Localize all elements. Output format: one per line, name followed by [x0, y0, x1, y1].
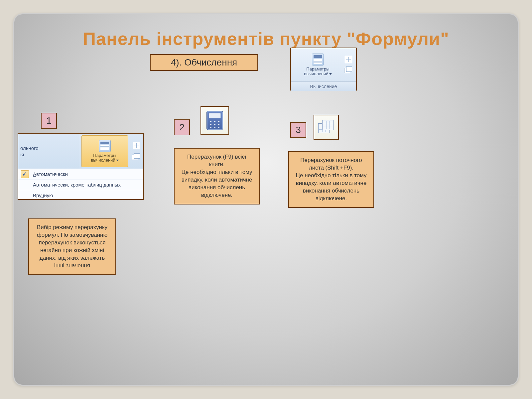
section-label-text: 4). Обчислення: [171, 57, 237, 68]
menu-item-automatic[interactable]: ✓ Автоматически: [18, 169, 143, 179]
chevron-down-icon: [116, 160, 119, 161]
check-icon: ✓: [22, 171, 27, 177]
dropdown-header: ольного ія Параметры вычислений: [18, 134, 143, 169]
calc-options-dropdown: ольного ія Параметры вычислений ✓ Автома…: [18, 133, 144, 200]
slide: Панель інструментів пункту "Формули" 4).…: [13, 13, 519, 386]
ribbon-group-body: Параметры вычислений: [291, 48, 356, 81]
calc-now-icon[interactable]: [345, 56, 352, 63]
ribbon-group-name: Вычисление: [291, 81, 356, 91]
calc-sheet-icon[interactable]: [344, 66, 353, 74]
calc-options-button[interactable]: Параметры вычислений: [294, 54, 341, 76]
calc-now-icon[interactable]: [133, 142, 140, 149]
calculator-icon: [312, 54, 324, 66]
slide-title: Панель інструментів пункту "Формули": [14, 28, 518, 49]
ribbon-group-calculation: Параметры вычислений Вычисление: [290, 48, 357, 91]
badge-2: 2: [174, 119, 190, 135]
calc-sheet-icon[interactable]: [132, 153, 141, 161]
calc-options-button-active[interactable]: Параметры вычислений: [81, 135, 128, 167]
description-1: Вибір режиму перерахунку формул. По замо…: [28, 218, 116, 275]
section-label: 4). Обчислення: [150, 54, 258, 71]
description-2: Перерахунок (F9) всієї книги. Це необхід…: [174, 148, 260, 204]
ribbon-group-side: [344, 56, 353, 74]
calc-now-button-large[interactable]: [200, 106, 229, 135]
badge-1: 1: [41, 113, 57, 129]
menu-item-automatic-except-tables[interactable]: Автоматически, кроме таблиц данных: [18, 179, 143, 190]
calc-sheet-button-large[interactable]: [314, 115, 339, 140]
calculator-icon: [99, 140, 111, 152]
ribbon-fragment-right: [129, 134, 143, 169]
chevron-down-icon: [329, 73, 332, 75]
calc-options-label: Параметры вычислений: [294, 67, 341, 76]
description-3: Перерахунок поточного листа (Shift +F9).…: [288, 151, 374, 208]
menu-item-manual[interactable]: Вручную: [18, 190, 143, 200]
ribbon-fragment-left: ольного ія: [18, 134, 80, 169]
worksheets-icon: [318, 120, 334, 135]
dropdown-list: ✓ Автоматически Автоматически, кроме таб…: [18, 169, 143, 200]
badge-3: 3: [290, 122, 306, 138]
calculator-icon: [206, 111, 223, 130]
